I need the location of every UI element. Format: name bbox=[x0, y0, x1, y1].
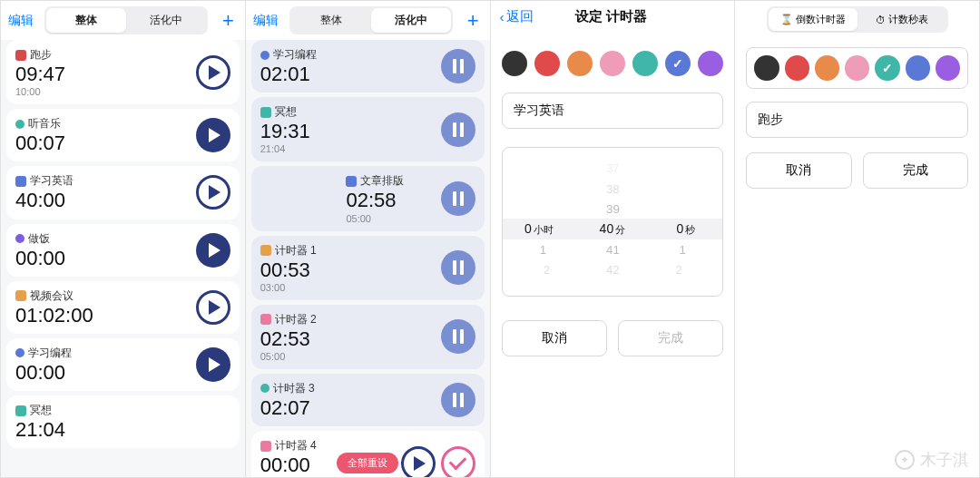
color-swatch[interactable] bbox=[875, 55, 899, 81]
pause-button[interactable] bbox=[441, 181, 475, 216]
wechat-icon: ✦ bbox=[895, 450, 915, 470]
name-input[interactable]: 跑步 bbox=[746, 102, 968, 138]
play-button[interactable] bbox=[196, 175, 230, 210]
edit-button[interactable]: 编辑 bbox=[8, 13, 34, 29]
edit-button[interactable]: 编辑 bbox=[253, 13, 279, 29]
color-swatch[interactable] bbox=[906, 55, 930, 81]
seg-countdown[interactable]: ⌛ 倒数计时器 bbox=[769, 8, 858, 31]
timer-label: 计时器 1 bbox=[275, 243, 317, 259]
pause-button[interactable] bbox=[441, 112, 475, 147]
color-swatch[interactable] bbox=[936, 55, 960, 81]
timer-time: 00:00 bbox=[15, 248, 196, 269]
timer-card[interactable]: 跑步09:4710:00 bbox=[6, 40, 240, 104]
timer-label: 冥想 bbox=[30, 403, 52, 418]
nav-bar: ‹ 返回 设定 计时器 bbox=[491, 1, 735, 33]
hourglass-icon bbox=[15, 50, 26, 61]
timer-label: 冥想 bbox=[275, 104, 297, 120]
panel-timers-all: 编辑 整体 活化中 + 跑步09:4710:00听音乐00:07学习英语40:0… bbox=[1, 1, 246, 477]
color-swatch[interactable] bbox=[567, 51, 593, 76]
timer-card[interactable]: 听音乐00:07 bbox=[6, 109, 240, 161]
timer-card[interactable]: 学习英语40:00 bbox=[6, 166, 240, 219]
play-button[interactable] bbox=[401, 446, 436, 477]
color-picker bbox=[746, 47, 968, 89]
color-swatch[interactable] bbox=[632, 51, 658, 76]
timer-list: 跑步09:4710:00听音乐00:07学习英语40:00做饭00:00视频会议… bbox=[1, 40, 245, 477]
timer-time: 00:07 bbox=[15, 132, 196, 154]
timer-card[interactable]: 计时器 100:5303:00 bbox=[251, 236, 485, 300]
timer-card[interactable]: 冥想19:3121:04 bbox=[251, 97, 485, 161]
timer-label: 计时器 4 bbox=[275, 438, 317, 454]
view-segment[interactable]: 整体 活化中 bbox=[289, 6, 453, 34]
nav-bar: 编辑 整体 活化中 + bbox=[1, 1, 245, 40]
play-button[interactable] bbox=[196, 233, 230, 268]
timer-label: 计时器 2 bbox=[275, 312, 317, 327]
timer-card[interactable]: 做饭00:00 bbox=[6, 224, 240, 277]
cancel-button[interactable]: 取消 bbox=[502, 320, 607, 356]
timer-card[interactable]: 视频会议01:02:00 bbox=[6, 281, 240, 334]
hourglass-icon: ⌛ bbox=[780, 14, 793, 25]
seg-all[interactable]: 整体 bbox=[46, 8, 126, 33]
timer-time: 02:53 bbox=[260, 328, 441, 350]
timer-card[interactable]: 学习编程02:01 bbox=[251, 40, 485, 93]
timer-time: 40:00 bbox=[15, 190, 196, 211]
pause-button[interactable] bbox=[441, 383, 475, 417]
play-button[interactable] bbox=[196, 347, 230, 382]
color-swatch[interactable] bbox=[785, 55, 809, 81]
duration-picker[interactable]: 37 38 39 0小时 40分 0秒 1411 2422 bbox=[502, 147, 724, 297]
play-button[interactable] bbox=[196, 118, 230, 152]
color-swatch[interactable] bbox=[502, 51, 527, 76]
timer-sub: 05:00 bbox=[260, 351, 441, 362]
watermark: ✦ 木子淇 bbox=[895, 449, 969, 471]
color-swatch[interactable] bbox=[815, 55, 839, 81]
view-segment[interactable]: 整体 活化中 bbox=[44, 6, 208, 34]
timer-time: 21:04 bbox=[15, 419, 230, 441]
stopwatch-icon bbox=[15, 120, 24, 129]
timer-card[interactable]: 计时器 202:5305:00 bbox=[251, 305, 485, 369]
button-row: 取消 完成 bbox=[735, 152, 979, 189]
type-segment[interactable]: ⌛ 倒数计时器 ⏱ 计数秒表 bbox=[767, 6, 948, 33]
timer-card[interactable]: 计时器 302:07 bbox=[251, 374, 485, 426]
name-input[interactable]: 学习英语 bbox=[502, 93, 724, 129]
done-button[interactable]: 完成 bbox=[618, 320, 723, 356]
timer-sub: 21:04 bbox=[260, 143, 441, 154]
add-button[interactable]: + bbox=[464, 9, 483, 33]
seg-active[interactable]: 活化中 bbox=[126, 8, 206, 33]
timer-time: 00:53 bbox=[260, 259, 441, 281]
pause-button[interactable] bbox=[441, 250, 475, 285]
color-swatch[interactable] bbox=[534, 51, 560, 76]
stopwatch-icon bbox=[260, 384, 270, 393]
color-swatch[interactable] bbox=[845, 55, 869, 81]
play-button[interactable] bbox=[196, 55, 230, 90]
complete-button[interactable] bbox=[441, 446, 475, 477]
timer-card[interactable]: 冥想21:04 bbox=[6, 395, 240, 448]
timer-card[interactable]: 学习编程00:00 bbox=[6, 338, 240, 391]
timer-time: 02:58 bbox=[346, 190, 440, 211]
stopwatch-icon: ⏱ bbox=[876, 15, 886, 25]
color-swatch[interactable] bbox=[754, 55, 779, 81]
seg-active[interactable]: 活化中 bbox=[371, 8, 451, 33]
hourglass-icon bbox=[260, 314, 271, 325]
panel-timers-active: 编辑 整体 活化中 + 学习编程02:01冥想19:3121:04文章排版02:… bbox=[246, 1, 491, 477]
seg-all[interactable]: 整体 bbox=[291, 8, 371, 33]
timer-sub: 03:00 bbox=[260, 282, 441, 293]
timer-time: 09:47 bbox=[15, 63, 196, 85]
panel-set-timer: ‹ 返回 设定 计时器 学习英语 37 38 39 0小时 40分 0秒 141… bbox=[491, 1, 736, 477]
seg-stopwatch[interactable]: ⏱ 计数秒表 bbox=[858, 8, 946, 31]
stopwatch-icon bbox=[15, 348, 24, 357]
cancel-button[interactable]: 取消 bbox=[746, 152, 851, 189]
pause-button[interactable] bbox=[441, 49, 475, 83]
pause-button[interactable] bbox=[441, 319, 475, 354]
hourglass-icon bbox=[15, 176, 26, 187]
timer-label: 跑步 bbox=[30, 47, 52, 63]
reset-all-button[interactable]: 全部重设 bbox=[337, 453, 398, 473]
add-button[interactable]: + bbox=[219, 9, 238, 33]
timer-label: 学习英语 bbox=[30, 173, 74, 189]
nav-bar: 编辑 整体 活化中 + bbox=[246, 1, 490, 40]
timer-card[interactable]: 文章排版02:5805:00 bbox=[251, 166, 485, 230]
color-swatch[interactable] bbox=[600, 51, 625, 76]
timer-time: 00:00 bbox=[15, 362, 196, 384]
play-button[interactable] bbox=[196, 290, 230, 325]
done-button[interactable]: 完成 bbox=[863, 152, 968, 189]
color-swatch[interactable] bbox=[698, 51, 723, 76]
color-swatch[interactable] bbox=[665, 51, 691, 76]
